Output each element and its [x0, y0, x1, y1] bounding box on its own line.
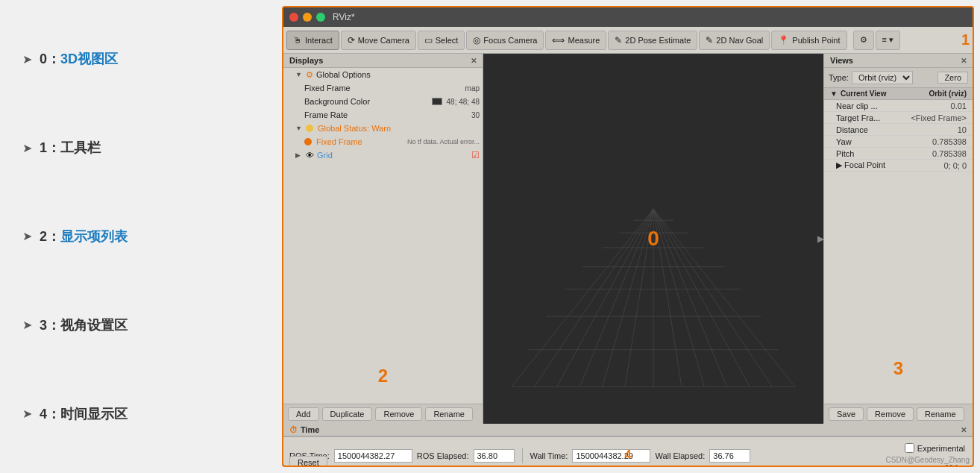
reset-button[interactable]: Reset — [289, 456, 327, 467]
distance-label: Distance — [836, 125, 958, 134]
arrow-2: ➤ — [22, 229, 32, 243]
error-icon — [304, 138, 312, 145]
measure-icon: ⟺ — [552, 35, 565, 46]
time-icon: ⏱ — [289, 425, 298, 434]
wall-time-input[interactable] — [572, 449, 650, 463]
toolbar: 🖱 Interact ⟳ Move Camera ▭ Select ◎ Focu… — [283, 27, 973, 54]
grid-checkbox[interactable]: ☑ — [471, 150, 480, 160]
grid-arrow: ▶ — [295, 151, 303, 159]
fixed-frame-error-row[interactable]: Fixed Frame No tf data. Actual error... — [283, 135, 483, 148]
experimental-checkbox: Experimental — [905, 443, 965, 453]
near-clip-label: Near clip ... — [836, 101, 951, 110]
3d-viewport[interactable]: 0 ▶ — [483, 54, 823, 424]
target-frame-value: <Fixed Frame> — [911, 113, 967, 122]
views-remove-button[interactable]: Remove — [867, 407, 914, 421]
cursor-icon: 🖱 — [293, 35, 302, 46]
views-panel: Views ✕ Type: Orbit (rviz) Zero ▼ Curren… — [823, 54, 973, 424]
views-row-pitch: Pitch 0.785398 — [824, 148, 973, 160]
maximize-btn[interactable] — [316, 13, 325, 22]
bg-color-value: 48; 48; 48 — [447, 98, 480, 106]
publish-icon: 📍 — [778, 35, 789, 46]
time-panel-header: ⏱ Time ✕ — [283, 424, 973, 436]
background-color-row[interactable]: Background Color 48; 48; 48 — [283, 95, 483, 108]
close-btn[interactable] — [289, 13, 298, 22]
experimental-check[interactable] — [905, 443, 914, 453]
frame-rate-row[interactable]: Frame Rate 30 — [283, 108, 483, 122]
annotation-item-1: ➤ 1：工具栏 — [22, 139, 254, 157]
ros-time-input[interactable] — [334, 449, 412, 463]
add-button[interactable]: Add — [288, 407, 319, 421]
views-type-row: Type: Orbit (rviz) Zero — [824, 68, 973, 88]
move-camera-button[interactable]: ⟳ Move Camera — [341, 31, 416, 50]
svg-line-19 — [653, 209, 727, 386]
global-status-row[interactable]: ▼ Global Status: Warn — [283, 122, 483, 135]
views-type-label: Type: — [829, 73, 849, 82]
global-status-label: Global Status: Warn — [318, 124, 480, 133]
arrow-1: ➤ — [22, 141, 32, 155]
grid-label: Grid — [317, 151, 468, 160]
grid-row[interactable]: ▶ 👁 Grid ☑ — [283, 148, 483, 162]
annotation-item-0: ➤ 0：3D视图区 — [22, 50, 254, 68]
svg-line-9 — [557, 209, 653, 386]
remove-button[interactable]: Remove — [375, 407, 422, 421]
pose-icon: ✎ — [615, 35, 622, 46]
fixed-frame-row[interactable]: Fixed Frame map — [283, 81, 483, 95]
time-sep-1 — [522, 448, 523, 463]
menu-button[interactable]: ≡ ▾ — [876, 31, 900, 50]
annotation-item-3: ➤ 3：视角设置区 — [22, 316, 254, 334]
wall-elapsed-label: Wall Elapsed: — [655, 451, 705, 460]
displays-panel-close-icon[interactable]: ✕ — [471, 57, 477, 65]
select-button[interactable]: ▭ Select — [418, 31, 465, 50]
views-zero-button[interactable]: Zero — [937, 72, 968, 84]
annotation-label-1: 1：工具栏 — [40, 139, 101, 157]
ros-elapsed-label: ROS Elapsed: — [417, 451, 469, 460]
2d-pose-button[interactable]: ✎ 2D Pose Estimate — [608, 31, 697, 50]
wall-elapsed-input[interactable] — [709, 449, 750, 463]
distance-value: 10 — [958, 125, 967, 134]
time-fields-group: ROS Time: ROS Elapsed: Wall Time: Wall E… — [289, 448, 967, 463]
views-row-target-frame: Target Fra... <Fixed Frame> — [824, 112, 973, 124]
views-rename-button[interactable]: Rename — [917, 407, 964, 421]
displays-panel-title: Displays — [289, 56, 323, 65]
displays-panel: Displays ✕ ▼ ⚙ Global Options Fixed Fram… — [283, 54, 483, 424]
views-panel-close-icon[interactable]: ✕ — [961, 57, 967, 65]
views-panel-title: Views — [830, 56, 853, 65]
views-type-select[interactable]: Orbit (rviz) — [852, 71, 913, 84]
interact-button[interactable]: 🖱 Interact — [286, 31, 339, 50]
arrow-0: ➤ — [22, 52, 32, 66]
views-row-distance: Distance 10 — [824, 124, 973, 136]
minimize-btn[interactable] — [303, 13, 312, 22]
watermark: CSDN@Geodesy_Zhang — [886, 456, 970, 464]
views-tree: ▼ Current View Orbit (rviz) Near clip ..… — [824, 88, 973, 404]
yaw-label: Yaw — [836, 137, 932, 146]
ros-elapsed-input[interactable] — [474, 449, 515, 463]
time-section: ⏱ Time ✕ ROS Time: ROS Elapsed: Wall Tim… — [283, 424, 973, 466]
annotation-item-2: ➤ 2：显示项列表 — [22, 228, 254, 245]
rename-button[interactable]: Rename — [425, 407, 473, 421]
publish-point-button[interactable]: 📍 Publish Point — [771, 31, 846, 50]
focal-point-value: 0; 0; 0 — [943, 161, 967, 170]
viewport-arrow-right[interactable]: ▶ — [817, 234, 823, 244]
views-row-focal-point: ▶ Focal Point 0; 0; 0 — [824, 160, 973, 172]
yaw-value: 0.785398 — [932, 137, 967, 146]
svg-line-17 — [625, 209, 653, 386]
pitch-value: 0.785398 — [932, 149, 967, 158]
measure-button[interactable]: ⟺ Measure — [545, 31, 606, 50]
views-section-arrow: ▼ — [830, 90, 838, 98]
focus-camera-button[interactable]: ◎ Focus Camera — [466, 31, 544, 50]
settings-button[interactable]: ⚙ — [853, 31, 874, 50]
arrow-4: ➤ — [22, 407, 32, 421]
frame-rate-label: Frame Rate — [304, 110, 468, 119]
views-save-button[interactable]: Save — [829, 407, 864, 421]
duplicate-button[interactable]: Duplicate — [322, 407, 373, 421]
time-panel-close[interactable]: ✕ — [961, 426, 967, 434]
target-frame-label: Target Fra... — [836, 113, 911, 122]
2d-nav-button[interactable]: ✎ 2D Nav Goal — [699, 31, 770, 50]
global-options-row[interactable]: ▼ ⚙ Global Options — [283, 68, 483, 81]
svg-line-8 — [512, 209, 653, 386]
fixed-frame-error-label: Fixed Frame — [316, 137, 404, 146]
experimental-label: Experimental — [917, 444, 965, 453]
svg-line-15 — [534, 209, 653, 386]
annotation-panel: ➤ 0：3D视图区 ➤ 1：工具栏 ➤ 2：显示项列表 ➤ 3：视角设置区 ➤ — [0, 0, 276, 473]
annotation-label-2: 2：显示项列表 — [40, 228, 128, 245]
